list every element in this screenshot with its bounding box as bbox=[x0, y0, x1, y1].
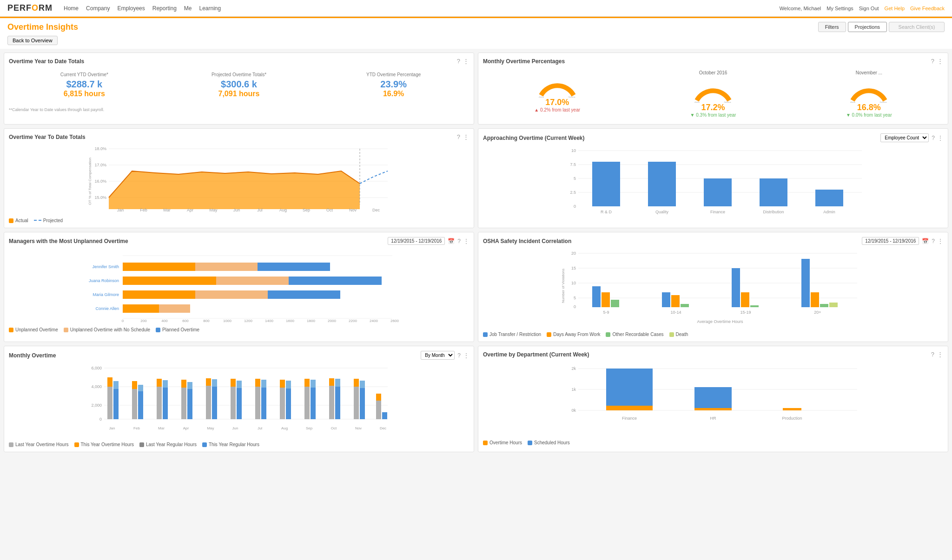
kpi-value-main-2: 23.9% bbox=[318, 79, 469, 90]
legend-planned: Planned Overtime bbox=[156, 327, 199, 332]
my-settings-link[interactable]: My Settings bbox=[826, 6, 853, 11]
svg-text:Dec: Dec bbox=[372, 208, 380, 212]
menu-icon-5[interactable]: ⋮ bbox=[463, 238, 469, 244]
nav-company[interactable]: Company bbox=[86, 5, 110, 12]
bar-20plus-job bbox=[801, 259, 810, 307]
svg-text:Maria Gilmore: Maria Gilmore bbox=[93, 292, 119, 297]
search-clients-button[interactable]: Search Client(s) bbox=[889, 22, 945, 32]
menu-icon-4[interactable]: ⋮ bbox=[938, 135, 943, 141]
main-grid: Overtime Year to Date Totals ? ⋮ Current… bbox=[0, 49, 952, 456]
monthly-pct-header: Monthly Overtime Percentages ? ⋮ bbox=[483, 58, 943, 65]
help-icon-5[interactable]: ? bbox=[457, 238, 461, 244]
managers-ot-card: Managers with the Most Unplanned Overtim… bbox=[4, 232, 474, 342]
managers-date-range[interactable]: 12/19/2015 - 12/19/2016 bbox=[388, 237, 445, 245]
nav-reporting[interactable]: Reporting bbox=[152, 5, 177, 12]
bar-1014-other bbox=[681, 304, 689, 307]
svg-text:Dec: Dec bbox=[380, 426, 386, 430]
projections-button[interactable]: Projections bbox=[848, 22, 887, 32]
approaching-ot-card: Approaching Overtime (Current Week) Empl… bbox=[478, 128, 948, 228]
bar-hr-scheduled bbox=[694, 387, 732, 410]
legend-ly-ot: Last Year Overtime Hours bbox=[9, 442, 69, 447]
svg-text:10: 10 bbox=[571, 148, 576, 153]
svg-text:2200: 2200 bbox=[349, 319, 357, 323]
bar-apr-ly-reg bbox=[181, 388, 186, 419]
legend-ot-hours: Overtime Hours bbox=[483, 440, 522, 445]
calendar-icon[interactable]: 📅 bbox=[448, 238, 455, 244]
help-icon-7[interactable]: ? bbox=[457, 352, 461, 359]
dept-overtime-chart: 2k 1k 0k Finance HR Production bbox=[483, 362, 943, 436]
sign-out-link[interactable]: Sign Out bbox=[859, 6, 879, 11]
back-button[interactable]: Back to Overview bbox=[7, 36, 58, 45]
bar-connie-unplanned bbox=[123, 304, 159, 313]
dept-ot-legend: Overtime Hours Scheduled Hours bbox=[483, 440, 943, 445]
svg-text:Apr: Apr bbox=[187, 208, 193, 212]
filters-button[interactable]: Filters bbox=[818, 22, 846, 32]
nav-home[interactable]: Home bbox=[64, 5, 79, 12]
bar-finance-ot bbox=[606, 406, 653, 410]
osha-legend: Job Transfer / Restriction Days Away Fro… bbox=[483, 332, 943, 337]
approaching-ot-title: Approaching Overtime (Current Week) bbox=[483, 135, 584, 141]
page-header: Overtime Insights Filters Projections Se… bbox=[0, 18, 952, 34]
monthly-overtime-dropdown[interactable]: By Month bbox=[421, 351, 455, 360]
svg-text:600: 600 bbox=[182, 319, 189, 323]
kpi-note: **Calendar Year to Date values through l… bbox=[9, 107, 469, 112]
nav-learning[interactable]: Learning bbox=[199, 5, 221, 12]
help-icon[interactable]: ? bbox=[457, 58, 460, 65]
menu-icon-8[interactable]: ⋮ bbox=[937, 351, 943, 358]
bar-1014-job bbox=[662, 292, 670, 307]
svg-text:1600: 1600 bbox=[286, 319, 294, 323]
gauge-value-2: 16.8% bbox=[846, 103, 892, 112]
menu-icon[interactable]: ⋮ bbox=[463, 58, 469, 65]
kpi-item-2: YTD Overtime Percentage 23.9% 16.9% bbox=[318, 72, 469, 98]
svg-text:Feb: Feb bbox=[133, 426, 140, 430]
bar-jan-ly-reg bbox=[107, 387, 112, 419]
help-icon-8[interactable]: ? bbox=[931, 351, 934, 358]
give-feedback-link[interactable]: Give Feedback bbox=[910, 6, 945, 11]
bar-juana-planned bbox=[289, 277, 382, 285]
nav-me[interactable]: Me bbox=[184, 5, 192, 12]
menu-icon-2[interactable]: ⋮ bbox=[937, 58, 943, 65]
svg-text:Connie Allen: Connie Allen bbox=[95, 306, 119, 311]
osha-date-range[interactable]: 12/19/2015 - 12/19/2016 bbox=[862, 237, 919, 245]
managers-legend: Unplanned Overtime Unplanned Overtime wi… bbox=[9, 327, 469, 332]
help-icon-6[interactable]: ? bbox=[932, 238, 935, 244]
menu-icon-3[interactable]: ⋮ bbox=[463, 133, 469, 140]
svg-text:2000: 2000 bbox=[328, 319, 336, 323]
nav-employees[interactable]: Employees bbox=[117, 5, 145, 12]
bar-apr-ty-ot bbox=[187, 382, 192, 389]
monthly-overtime-title: Monthly Overtime bbox=[9, 352, 56, 359]
svg-text:Feb: Feb bbox=[140, 208, 147, 212]
bar-finance-scheduled bbox=[606, 369, 653, 410]
bar-hr-ot bbox=[694, 408, 732, 410]
ytd-chart-header: Overtime Year To Date Totals ? ⋮ bbox=[9, 133, 469, 140]
get-help-link[interactable]: Get Help bbox=[885, 6, 905, 11]
svg-text:20+: 20+ bbox=[814, 310, 821, 315]
menu-icon-6[interactable]: ⋮ bbox=[938, 238, 943, 244]
svg-text:2.5: 2.5 bbox=[570, 190, 576, 195]
legend-job-transfer: Job Transfer / Restriction bbox=[483, 332, 541, 337]
svg-text:Sep: Sep bbox=[306, 426, 313, 430]
gauges-row: 0% 20% 17.0% ▲ 0.2% from last year Octob… bbox=[483, 68, 943, 119]
svg-text:Jan: Jan bbox=[109, 426, 115, 430]
bar-finance bbox=[704, 178, 732, 206]
ytd-area-chart: 18.0% 17.0% 16.0% 15.0% OT % of Total Co… bbox=[9, 144, 469, 214]
svg-text:Quality: Quality bbox=[655, 210, 669, 214]
help-icon-2[interactable]: ? bbox=[931, 58, 934, 65]
kpi-value-sub-1: 7,091 hours bbox=[164, 90, 315, 98]
bar-jan-ty-ot bbox=[113, 381, 119, 389]
approaching-ot-dropdown[interactable]: Employee Count bbox=[880, 133, 929, 142]
help-icon-4[interactable]: ? bbox=[932, 135, 935, 141]
help-icon-3[interactable]: ? bbox=[457, 133, 460, 140]
kpi-label-2: YTD Overtime Percentage bbox=[318, 72, 469, 77]
monthly-overtime-card: Monthly Overtime By Month ? ⋮ 6,000 4,00… bbox=[4, 346, 474, 452]
svg-text:0%: 0% bbox=[850, 101, 856, 103]
menu-icon-7[interactable]: ⋮ bbox=[463, 352, 469, 359]
calendar-icon-2[interactable]: 📅 bbox=[922, 238, 929, 244]
legend-ty-reg: This Year Regular Hours bbox=[202, 442, 259, 447]
dept-overtime-title: Overtime by Department (Current Week) bbox=[483, 351, 589, 358]
bar-20plus-death bbox=[829, 303, 838, 307]
svg-text:1200: 1200 bbox=[244, 319, 252, 323]
bar-sep-ly-reg bbox=[304, 387, 310, 419]
gauge-change-2: ▼ 0.0% from last year bbox=[846, 112, 892, 118]
osha-header: OSHA Safety Incident Correlation 12/19/2… bbox=[483, 237, 943, 245]
